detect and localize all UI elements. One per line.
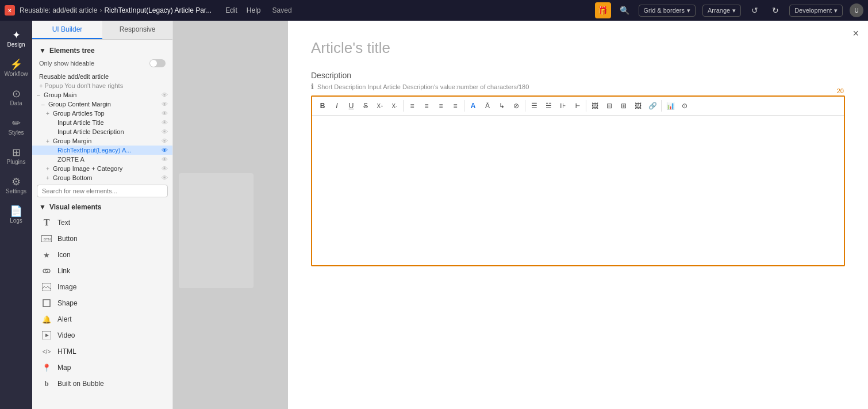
visibility-icon[interactable]: 👁 [162, 101, 168, 108]
tab-responsive[interactable]: Responsive [102, 21, 172, 39]
tree-item-label: Group Margin [53, 137, 160, 144]
element-type-shape[interactable]: Shape [32, 295, 172, 311]
rte-bold[interactable]: B [316, 99, 329, 113]
rte-subscript[interactable]: X- [387, 99, 401, 113]
element-name: RichTextInput(Legacy) Article Par... [104, 6, 212, 14]
development-button[interactable]: Development ▾ [789, 5, 843, 17]
breadcrumb: Reusable: add/edit article › RichTextInp… [20, 6, 212, 14]
rte-superscript[interactable]: X+ [373, 99, 387, 113]
svg-text:BTN: BTN [44, 238, 51, 241]
rte-chart[interactable]: 📊 [663, 99, 677, 113]
help-link[interactable]: Help [247, 6, 261, 14]
element-type-map[interactable]: 📍 Map [32, 360, 172, 376]
rte-align-right[interactable]: ≡ [434, 99, 448, 113]
rte-italic[interactable]: I [330, 99, 344, 113]
built-on-bubble-icon: b [41, 379, 52, 389]
element-type-html[interactable]: </> HTML [32, 343, 172, 360]
element-type-link[interactable]: Link [32, 263, 172, 279]
rte-source[interactable]: ⊙ [678, 99, 692, 113]
popup-label: + Popup You don't have rights [32, 81, 172, 90]
user-avatar[interactable]: U [850, 3, 863, 17]
map-element-label: Map [57, 364, 71, 372]
element-type-button[interactable]: BTN Button [32, 231, 172, 247]
element-type-built-on-bubble[interactable]: b Built on Bubble [32, 376, 172, 392]
sidebar-item-styles[interactable]: ✏ Styles [2, 113, 30, 140]
rte-image[interactable]: 🖼 [588, 99, 602, 113]
grid-borders-button[interactable]: Grid & borders ▾ [639, 5, 696, 17]
visibility-icon[interactable]: 👁 [162, 137, 168, 144]
edit-link[interactable]: Edit [225, 6, 237, 14]
rte-ordered-list[interactable]: ☱ [541, 99, 555, 113]
arrange-button[interactable]: Arrange ▾ [702, 5, 741, 17]
visual-elements-header[interactable]: ▼ Visual elements [32, 200, 172, 215]
rte-highlight[interactable]: Ā [481, 99, 494, 113]
tree-item-group-main[interactable]: – Group Main 👁 [32, 90, 172, 100]
alert-element-label: Alert [57, 315, 72, 323]
rte-indent-list[interactable]: ⊩ [570, 99, 584, 113]
search-button[interactable]: 🔍 [618, 3, 632, 17]
rte-unordered-list[interactable]: ☰ [527, 99, 541, 113]
tree-item-zorte-a[interactable]: ZORTE A 👁 [32, 155, 172, 164]
sidebar-item-design[interactable]: ✦ Design [2, 25, 30, 52]
tree-item-group-margin[interactable]: + Group Margin 👁 [32, 136, 172, 146]
only-show-hideable-label: Only show hideable [39, 60, 94, 67]
rte-align-left[interactable]: ≡ [405, 99, 419, 113]
sidebar-item-workflow[interactable]: ⚡ Workflow [2, 55, 30, 82]
sidebar-item-data[interactable]: ⊙ Data [2, 84, 30, 111]
visibility-icon[interactable]: 👁 [162, 119, 168, 126]
development-chevron: ▾ [834, 7, 838, 14]
elements-tree-label: Elements tree [49, 47, 95, 55]
tree-item-group-bottom[interactable]: + Group Bottom 👁 [32, 173, 172, 182]
tree-item-input-article-description[interactable]: Input Article Description 👁 [32, 127, 172, 136]
visibility-icon[interactable]: 👁 [162, 91, 168, 98]
tree-item-input-article-title[interactable]: Input Article Title 👁 [32, 118, 172, 127]
sidebar-item-plugins[interactable]: ⊞ Plugins [2, 143, 30, 170]
tree-item-richtextinput[interactable]: RichTextInput(Legacy) A... 👁 [32, 146, 172, 155]
icon-element-icon: ★ [41, 250, 52, 260]
hideable-toggle[interactable] [149, 59, 166, 67]
rte-underline[interactable]: U [344, 99, 358, 113]
rte-outdent[interactable]: ⊪ [556, 99, 570, 113]
collapse-tree-icon: ▼ [39, 47, 46, 55]
visibility-icon[interactable]: 👁 [162, 156, 168, 163]
settings-label: Settings [6, 188, 26, 194]
rte-indent[interactable]: ↳ [495, 99, 509, 113]
visual-elements-label: Visual elements [49, 203, 102, 211]
element-type-text[interactable]: T Text [32, 215, 172, 231]
tree-item-group-content-margin[interactable]: – Group Content Margin 👁 [32, 100, 172, 109]
rte-strikethrough[interactable]: S [359, 99, 372, 113]
sidebar-item-logs[interactable]: 📄 Logs [2, 201, 30, 228]
element-search-input[interactable] [37, 185, 168, 197]
element-type-alert[interactable]: 🔔 Alert [32, 311, 172, 327]
description-hint: ℹ Short Description Input Article Descri… [311, 82, 845, 91]
tree-item-group-articles-top[interactable]: + Group Articles Top 👁 [32, 109, 172, 118]
rte-hr[interactable]: ⊟ [602, 99, 616, 113]
tab-ui-builder[interactable]: UI Builder [32, 21, 102, 39]
rte-font-color[interactable]: A [466, 99, 480, 113]
element-type-video[interactable]: Video [32, 327, 172, 343]
undo-button[interactable]: ↺ [748, 3, 762, 17]
rte-align-justify[interactable]: ≡ [448, 99, 462, 113]
only-show-hideable-row: Only show hideable [32, 57, 172, 72]
sidebar-item-settings[interactable]: ⚙ Settings [2, 172, 30, 199]
visibility-icon[interactable]: 👁 [162, 128, 168, 135]
gift-icon[interactable]: 🎁 [595, 2, 611, 18]
rte-body[interactable] [312, 116, 844, 265]
rte-clear[interactable]: ⊘ [509, 99, 523, 113]
tree-item-label: Input Article Title [57, 119, 160, 126]
tree-item-group-image-category[interactable]: + Group Image + Category 👁 [32, 164, 172, 173]
button-element-label: Button [57, 235, 78, 243]
visibility-icon[interactable]: 👁 [162, 147, 168, 154]
tab-ui-builder-label: UI Builder [52, 25, 83, 33]
element-type-image[interactable]: Image [32, 279, 172, 295]
rte-embed[interactable]: 🖼 [631, 99, 645, 113]
redo-button[interactable]: ↻ [769, 3, 782, 17]
rte-link[interactable]: 🔗 [646, 99, 659, 113]
modal-close-button[interactable]: × [852, 28, 859, 40]
rte-table[interactable]: ⊞ [617, 99, 631, 113]
visibility-icon[interactable]: 👁 [162, 174, 168, 181]
element-type-icon[interactable]: ★ Icon [32, 247, 172, 263]
visibility-icon[interactable]: 👁 [162, 165, 168, 172]
visibility-icon[interactable]: 👁 [162, 110, 168, 117]
rte-align-center[interactable]: ≡ [420, 99, 433, 113]
